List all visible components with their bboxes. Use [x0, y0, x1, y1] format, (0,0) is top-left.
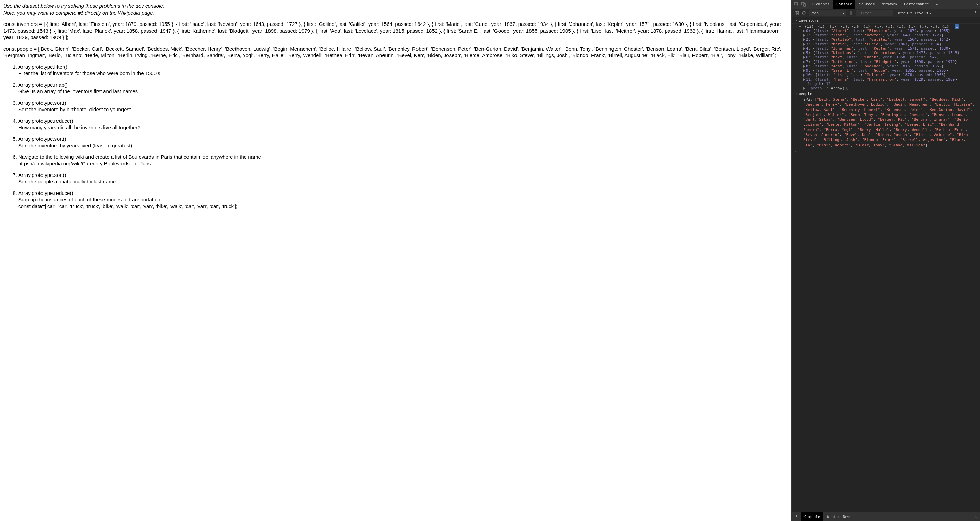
- console-input-echo: › people: [792, 91, 980, 97]
- filter-input[interactable]: [856, 10, 893, 16]
- svg-point-8: [850, 12, 852, 14]
- clear-console-icon[interactable]: [801, 10, 807, 16]
- sidebar-toggle-icon[interactable]: [794, 10, 799, 16]
- console-result: ‹ (41) ["Beck, Glenn", "Becker, Carl", "…: [792, 97, 980, 148]
- inspect-icon[interactable]: [794, 2, 799, 7]
- expand-icon[interactable]: [803, 38, 805, 41]
- array-summary[interactable]: (12) [{…}, {…}, {…}, {…}, {…}, {…}, {…},…: [799, 24, 978, 29]
- problem-item: Array.prototype.filter()Filter the list …: [18, 64, 788, 77]
- intro-text: Use the dataset below to try solving the…: [3, 3, 788, 16]
- expand-icon[interactable]: [803, 65, 805, 68]
- problems-list: Array.prototype.filter()Filter the list …: [3, 64, 788, 210]
- console-text: inventors: [799, 18, 978, 23]
- close-devtools-icon[interactable]: ✕: [975, 2, 980, 7]
- svg-rect-2: [804, 4, 805, 6]
- expand-icon[interactable]: [803, 78, 805, 81]
- array-item[interactable]: 0: {first: "Albert", last: "Einstein", y…: [799, 29, 978, 33]
- eye-icon[interactable]: [848, 10, 854, 16]
- people-code: const people = ['Beck, Glenn', 'Becker, …: [3, 46, 788, 59]
- problem-heading: Array.prototype.reduce(): [18, 118, 788, 124]
- devtools-tab-network[interactable]: Network: [878, 0, 901, 9]
- array-item[interactable]: 2: {first: "Galileo", last: "Galilei", y…: [799, 37, 978, 42]
- problem-item: Array.prototype.sort()Sort the inventors…: [18, 100, 788, 113]
- problem-text: Sort the inventors by birthdate, oldest …: [18, 106, 788, 113]
- array-item[interactable]: 7: {first: "Katherine", last: "Blodgett"…: [799, 59, 978, 64]
- array-item[interactable]: 8: {first: "Ada", last: "Lovelace", year…: [799, 64, 978, 68]
- devtools-tab-performance[interactable]: Performance: [901, 0, 932, 9]
- more-tabs[interactable]: »: [932, 0, 942, 9]
- expand-icon[interactable]: [799, 26, 801, 27]
- problem-text: Filter the list of inventors for those w…: [18, 70, 788, 77]
- drawer-tab-what-s-new[interactable]: What's New: [824, 513, 853, 521]
- expand-icon[interactable]: [803, 87, 805, 90]
- devtools-tabbar: ElementsConsoleSourcesNetworkPerformance…: [792, 0, 980, 9]
- prompt-icon: ›: [794, 149, 796, 153]
- problem-heading: Array.prototype.map(): [18, 82, 788, 89]
- console-prompt[interactable]: ›: [792, 148, 980, 154]
- expand-icon[interactable]: [803, 52, 805, 54]
- expand-icon[interactable]: [803, 74, 805, 76]
- kebab-icon[interactable]: ⋮: [969, 2, 975, 7]
- devtools-tab-sources[interactable]: Sources: [856, 0, 878, 9]
- expand-icon[interactable]: [803, 43, 805, 46]
- console-result: ‹ (12) [{…}, {…}, {…}, {…}, {…}, {…}, {……: [792, 24, 980, 91]
- intro-line1: Use the dataset below to try solving the…: [3, 3, 788, 10]
- inventors-code: const inventors = [ { first: 'Albert', l…: [3, 21, 788, 41]
- array-item[interactable]: 11: {first: "Hanna", last: "Hammarström"…: [799, 77, 978, 82]
- array-item[interactable]: 3: {first: "Marie", last: "Curie", year:…: [799, 42, 978, 46]
- context-selector[interactable]: top▾: [809, 10, 846, 16]
- array-item[interactable]: 10: {first: "Lise", last: "Meitner", yea…: [799, 73, 978, 77]
- devtools-panel: ElementsConsoleSourcesNetworkPerformance…: [791, 0, 980, 521]
- drawer-menu-icon[interactable]: ⋮: [792, 515, 801, 519]
- drawer-tab-console[interactable]: Console: [801, 513, 824, 521]
- problem-heading: Array.prototype.filter(): [18, 64, 788, 70]
- info-icon[interactable]: i: [955, 24, 959, 29]
- expand-icon[interactable]: [803, 69, 805, 72]
- console-output[interactable]: › inventors ‹ (12) [{…}, {…}, {…}, {…}, …: [792, 17, 980, 512]
- problem-item: Array.prototype.sort()Sort the people al…: [18, 172, 788, 185]
- array-item[interactable]: 4: {first: "Johannes", last: "Kepler", y…: [799, 46, 978, 51]
- problem-heading: Array.prototype.sort(): [18, 100, 788, 106]
- problem-text: const data=['car', 'car', 'truck', 'truc…: [18, 203, 788, 210]
- array-length: length: 12: [799, 82, 978, 86]
- devtools-drawer: ⋮ ConsoleWhat's New ✕: [792, 512, 980, 521]
- settings-icon[interactable]: [972, 10, 978, 16]
- console-text: people: [799, 92, 978, 96]
- problem-item: Array.prototype.sort()Sort the inventors…: [18, 136, 788, 149]
- problem-heading: Array.prototype.reduce(): [18, 190, 788, 197]
- problem-text: Sort the people alphabetically by last n…: [18, 178, 788, 185]
- problem-item: Array.prototype.map()Give us an array of…: [18, 82, 788, 95]
- devtools-tab-console[interactable]: Console: [833, 0, 856, 9]
- problem-text: Give us an array of the inventors first …: [18, 88, 788, 95]
- levels-selector[interactable]: Default levels▾: [895, 10, 933, 16]
- array-item[interactable]: 5: {first: "Nicolaus", last: "Copernicus…: [799, 51, 978, 55]
- problem-item: Array.prototype.reduce()Sum up the insta…: [18, 190, 788, 210]
- svg-line-6: [803, 12, 805, 14]
- problem-heading: Array.prototype.sort(): [18, 136, 788, 143]
- problem-text: Sum up the instances of each of these mo…: [18, 196, 788, 203]
- devtools-tab-elements[interactable]: Elements: [808, 0, 833, 9]
- device-icon[interactable]: [801, 2, 806, 7]
- page-content: Use the dataset below to try solving the…: [0, 0, 791, 521]
- problem-text: https://en.wikipedia.org/wiki/Category:B…: [18, 160, 788, 167]
- expand-icon[interactable]: [803, 47, 805, 50]
- problem-heading: Array.prototype.sort(): [18, 172, 788, 178]
- array-proto[interactable]: __proto__: Array(0): [799, 86, 978, 91]
- problem-item: Array.prototype.reduce()How many years d…: [18, 118, 788, 131]
- expand-icon[interactable]: [803, 34, 805, 37]
- problem-item: Navigate to the following wiki and creat…: [18, 154, 788, 167]
- array-item[interactable]: 1: {first: "Isaac", last: "Newton", year…: [799, 33, 978, 37]
- console-input-echo: › inventors: [792, 18, 980, 24]
- svg-rect-3: [795, 11, 799, 15]
- expand-icon[interactable]: [803, 56, 805, 59]
- console-toolbar: top▾ Default levels▾: [792, 9, 980, 17]
- expand-icon[interactable]: [803, 30, 805, 32]
- problem-text: Sort the inventors by years lived (least…: [18, 142, 788, 149]
- problem-text: How many years did all the inventors liv…: [18, 124, 788, 131]
- array-item[interactable]: 6: {first: "Max", last: "Planck", year: …: [799, 55, 978, 59]
- intro-line2: Note: you may want to complete #6 direct…: [3, 10, 788, 16]
- expand-icon[interactable]: [803, 60, 805, 63]
- array-item[interactable]: 9: {first: "Sarah E.", last: "Goode", ye…: [799, 68, 978, 73]
- problem-heading: Navigate to the following wiki and creat…: [18, 154, 788, 160]
- drawer-close-icon[interactable]: ✕: [971, 515, 980, 519]
